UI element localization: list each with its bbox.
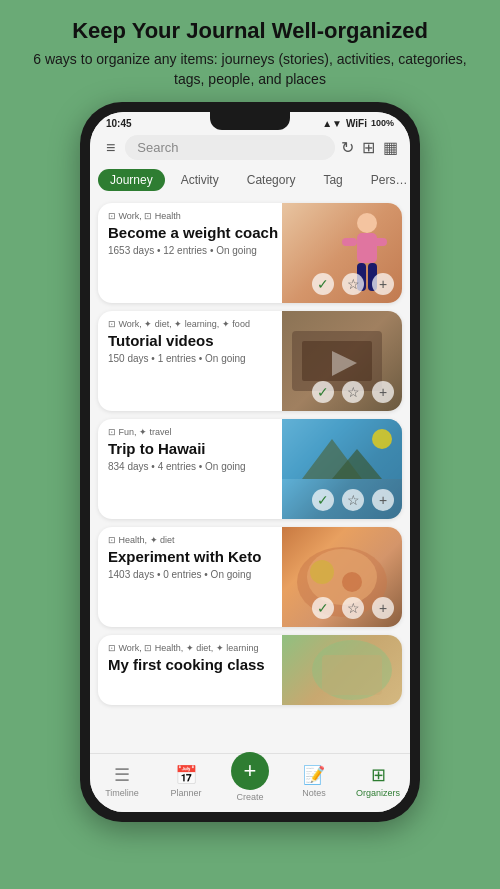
card-content-hawaii: ⊡ Fun, ✦ travel Trip to Hawaii 834 days …	[98, 419, 305, 480]
phone-shell: 10:45 ▲▼ WiFi 100% ≡ Search ↻ ⊞ ▦ Journe…	[80, 102, 420, 822]
tab-category[interactable]: Category	[235, 169, 308, 191]
create-button[interactable]: +	[231, 752, 269, 790]
card-keto[interactable]: ⊡ Health, ✦ diet Experiment with Keto 14…	[98, 527, 402, 627]
card-title-cooking: My first cooking class	[108, 656, 295, 674]
journey-list: ⊡ Work, ⊡ Health Become a weight coach 1…	[90, 197, 410, 753]
card-tags-cooking: ⊡ Work, ⊡ Health, ✦ diet, ✦ learning	[108, 643, 295, 653]
check-icon-keto[interactable]: ✓	[312, 597, 334, 619]
svg-point-0	[357, 213, 377, 233]
card-hawaii[interactable]: ⊡ Fun, ✦ travel Trip to Hawaii 834 days …	[98, 419, 402, 519]
star-icon-hawaii[interactable]: ☆	[342, 489, 364, 511]
planner-label: Planner	[170, 788, 201, 798]
card-actions-tutorial: ✓ ☆ +	[312, 381, 394, 403]
search-box[interactable]: Search	[125, 135, 335, 160]
refresh-icon[interactable]: ↻	[341, 138, 354, 157]
star-icon-weight-coach[interactable]: ☆	[342, 273, 364, 295]
card-content-keto: ⊡ Health, ✦ diet Experiment with Keto 14…	[98, 527, 305, 588]
add-icon-weight-coach[interactable]: +	[372, 273, 394, 295]
svg-rect-2	[342, 238, 357, 246]
svg-point-13	[372, 429, 392, 449]
create-label: Create	[236, 792, 263, 802]
nav-create[interactable]: + Create	[225, 760, 275, 802]
card-title-hawaii: Trip to Hawaii	[108, 440, 295, 458]
nav-timeline[interactable]: ☰ Timeline	[97, 764, 147, 798]
page-header: Keep Your Journal Well-organized 6 ways …	[0, 0, 500, 102]
filter-tabs: Journey Activity Category Tag Pers…	[90, 167, 410, 197]
top-icons: ↻ ⊞ ▦	[341, 138, 398, 157]
svg-rect-19	[322, 655, 382, 695]
status-right: ▲▼ WiFi 100%	[322, 118, 394, 129]
map-icon[interactable]: ⊞	[362, 138, 375, 157]
page-title: Keep Your Journal Well-organized	[30, 18, 470, 44]
add-icon-tutorial[interactable]: +	[372, 381, 394, 403]
card-content-weight-coach: ⊡ Work, ⊡ Health Become a weight coach 1…	[98, 203, 305, 264]
battery-indicator: 100%	[371, 118, 394, 128]
wifi-icon: WiFi	[346, 118, 367, 129]
signal-icon: ▲▼	[322, 118, 342, 129]
card-title-weight-coach: Become a weight coach	[108, 224, 295, 242]
card-content-cooking: ⊡ Work, ⊡ Health, ✦ diet, ✦ learning My …	[98, 635, 305, 685]
tab-persons[interactable]: Pers…	[359, 169, 410, 191]
add-icon-hawaii[interactable]: +	[372, 489, 394, 511]
status-time: 10:45	[106, 118, 132, 129]
card-tags-weight-coach: ⊡ Work, ⊡ Health	[108, 211, 295, 221]
card-weight-coach[interactable]: ⊡ Work, ⊡ Health Become a weight coach 1…	[98, 203, 402, 303]
organizers-label: Organizers	[356, 788, 400, 798]
card-tags-tutorial: ⊡ Work, ✦ diet, ✦ learning, ✦ food	[108, 319, 295, 329]
notes-label: Notes	[302, 788, 326, 798]
menu-icon[interactable]: ≡	[102, 135, 119, 161]
card-actions-weight-coach: ✓ ☆ +	[312, 273, 394, 295]
card-tags-hawaii: ⊡ Fun, ✦ travel	[108, 427, 295, 437]
tab-activity[interactable]: Activity	[169, 169, 231, 191]
planner-icon: 📅	[175, 764, 197, 786]
svg-point-17	[342, 572, 362, 592]
search-placeholder: Search	[137, 140, 178, 155]
svg-point-16	[310, 560, 334, 584]
card-title-tutorial: Tutorial videos	[108, 332, 295, 350]
page-subtitle: 6 ways to organize any items: journeys (…	[30, 50, 470, 89]
phone-notch	[210, 112, 290, 130]
nav-notes[interactable]: 📝 Notes	[289, 764, 339, 798]
phone-screen: 10:45 ▲▼ WiFi 100% ≡ Search ↻ ⊞ ▦ Journe…	[90, 112, 410, 812]
check-icon-tutorial[interactable]: ✓	[312, 381, 334, 403]
card-tutorial[interactable]: ⊡ Work, ✦ diet, ✦ learning, ✦ food Tutor…	[98, 311, 402, 411]
card-cooking[interactable]: ⊡ Work, ⊡ Health, ✦ diet, ✦ learning My …	[98, 635, 402, 705]
check-icon-hawaii[interactable]: ✓	[312, 489, 334, 511]
svg-rect-1	[357, 233, 377, 263]
svg-rect-3	[372, 238, 387, 246]
bottom-nav: ☰ Timeline 📅 Planner + Create 📝 Notes ⊞ …	[90, 753, 410, 812]
nav-planner[interactable]: 📅 Planner	[161, 764, 211, 798]
star-icon-keto[interactable]: ☆	[342, 597, 364, 619]
star-icon-tutorial[interactable]: ☆	[342, 381, 364, 403]
notes-icon: 📝	[303, 764, 325, 786]
nav-organizers[interactable]: ⊞ Organizers	[353, 764, 403, 798]
add-icon-keto[interactable]: +	[372, 597, 394, 619]
tab-tag[interactable]: Tag	[311, 169, 354, 191]
card-content-tutorial: ⊡ Work, ✦ diet, ✦ learning, ✦ food Tutor…	[98, 311, 305, 372]
calendar-icon[interactable]: ▦	[383, 138, 398, 157]
check-icon-weight-coach[interactable]: ✓	[312, 273, 334, 295]
card-tags-keto: ⊡ Health, ✦ diet	[108, 535, 295, 545]
card-meta-weight-coach: 1653 days • 12 entries • On going	[108, 245, 295, 256]
top-bar: ≡ Search ↻ ⊞ ▦	[90, 131, 410, 167]
card-meta-hawaii: 834 days • 4 entries • On going	[108, 461, 295, 472]
card-meta-tutorial: 150 days • 1 entries • On going	[108, 353, 295, 364]
organizers-icon: ⊞	[371, 764, 386, 786]
tab-journey[interactable]: Journey	[98, 169, 165, 191]
card-meta-keto: 1403 days • 0 entries • On going	[108, 569, 295, 580]
timeline-label: Timeline	[105, 788, 139, 798]
timeline-icon: ☰	[114, 764, 130, 786]
card-actions-hawaii: ✓ ☆ +	[312, 489, 394, 511]
card-actions-keto: ✓ ☆ +	[312, 597, 394, 619]
card-title-keto: Experiment with Keto	[108, 548, 295, 566]
